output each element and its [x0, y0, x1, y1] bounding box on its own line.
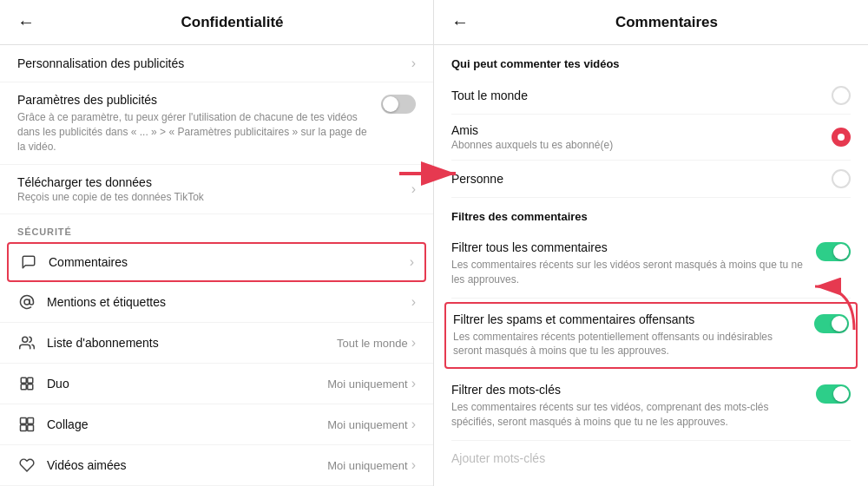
filtrer-mots-cles-toggle[interactable]: [816, 384, 851, 404]
right-header: ← Commentaires: [434, 0, 868, 45]
svg-rect-7: [28, 418, 34, 424]
toggle-knob-filtrer-spams: [832, 316, 847, 332]
radio-amis[interactable]: Amis Abonnes auxquels tu es abonné(e): [451, 115, 851, 161]
telecharger-label: Télécharger tes données: [17, 175, 411, 189]
liste-abonnements-value: Tout le monde: [337, 337, 408, 350]
menu-item-liste-abonnements[interactable]: Liste d'abonnements Tout le monde ›: [0, 323, 433, 364]
svg-rect-8: [21, 425, 27, 431]
svg-point-0: [24, 299, 30, 305]
radio-circle-tout-le-monde: [832, 86, 851, 105]
svg-rect-6: [21, 418, 27, 424]
filtrer-mots-cles-desc: Les commentaires récents sur tes vidéos,…: [451, 400, 806, 430]
right-back-arrow[interactable]: ←: [451, 12, 469, 32]
right-panel-title: Commentaires: [483, 14, 851, 31]
chevron-icon-mentions: ›: [411, 294, 416, 310]
chevron-icon-telecharger: ›: [411, 181, 416, 197]
radio-circle-amis: [832, 128, 851, 147]
radio-circle-personne: [832, 169, 851, 188]
radio-personne[interactable]: Personne: [451, 161, 851, 198]
svg-rect-5: [28, 384, 33, 390]
filtrer-spams-desc: Les commentaires récents potentiellement…: [453, 330, 804, 359]
panels-container: ← Confidentialité Personnalisation des p…: [0, 0, 868, 486]
at-icon: [17, 292, 36, 312]
toggle-filtrer-mots-cles[interactable]: Filtrer des mots-clés Les commentaires r…: [451, 372, 851, 441]
videos-aimees-value: Moi uniquement: [327, 459, 408, 472]
radio-amis-subtitle: Abonnes auxquels tu es abonné(e): [451, 139, 832, 151]
svg-rect-4: [21, 384, 26, 390]
toggle-knob-filtrer-tous: [833, 244, 849, 259]
commentaires-label: Commentaires: [49, 255, 410, 269]
left-panel-title: Confidentialité: [49, 14, 416, 31]
radio-personne-label: Personne: [451, 172, 832, 186]
toggle-filtrer-tous[interactable]: Filtrer tous les commentaires Les commen…: [451, 230, 851, 299]
duo-icon: [17, 374, 36, 393]
svg-rect-2: [21, 378, 26, 384]
filtrer-spams-label: Filtrer les spams et commentaires offens…: [453, 312, 804, 326]
heart-icon: [17, 456, 36, 475]
add-keywords[interactable]: Ajouter mots-clés: [451, 441, 851, 476]
menu-item-parametres-pub[interactable]: Paramètres des publicités Grâce à ce par…: [0, 82, 433, 165]
filtrer-tous-label: Filtrer tous les commentaires: [451, 240, 806, 254]
filtrer-spams-toggle[interactable]: [814, 314, 849, 333]
filtrer-mots-cles-label: Filtrer des mots-clés: [451, 383, 806, 397]
left-header: ← Confidentialité: [0, 0, 433, 45]
duo-value: Moi uniquement: [327, 378, 408, 391]
parametres-pub-desc: Grâce à ce paramètre, tu peux gérer l'ut…: [17, 110, 371, 154]
svg-rect-3: [28, 378, 33, 384]
chevron-icon-personnalisation: ›: [411, 56, 416, 71]
parametres-pub-label: Paramètres des publicités: [17, 93, 371, 107]
parametres-pub-toggle[interactable]: [381, 95, 416, 114]
mentions-label: Mentions et étiquettes: [47, 295, 411, 309]
svg-rect-9: [28, 425, 34, 431]
radio-amis-label: Amis: [451, 123, 832, 137]
securite-section-label: SÉCURITÉ: [0, 214, 433, 242]
videos-aimees-label: Vidéos aimées: [47, 458, 327, 472]
menu-item-telecharger[interactable]: Télécharger tes données Reçois une copie…: [0, 165, 433, 214]
chevron-icon-duo: ›: [411, 376, 416, 391]
liste-abonnements-label: Liste d'abonnements: [47, 336, 337, 350]
left-back-arrow[interactable]: ←: [17, 12, 35, 32]
radio-tout-le-monde-label: Tout le monde: [451, 89, 832, 102]
telecharger-desc: Reçois une copie de tes données TikTok: [17, 191, 411, 203]
chevron-icon-commentaires: ›: [410, 254, 414, 270]
right-content: Qui peut commenter tes vidéos Tout le mo…: [434, 45, 868, 476]
section-qui-label: Qui peut commenter tes vidéos: [451, 45, 851, 77]
toggle-filtrer-spams[interactable]: Filtrer les spams et commentaires offens…: [444, 302, 858, 370]
filtrer-tous-toggle[interactable]: [816, 242, 851, 261]
collage-label: Collage: [47, 417, 327, 431]
menu-item-commentaires[interactable]: Commentaires ›: [7, 242, 426, 282]
duo-label: Duo: [47, 377, 327, 391]
menu-item-duo[interactable]: Duo Moi uniquement ›: [0, 364, 433, 404]
left-panel: ← Confidentialité Personnalisation des p…: [0, 0, 434, 486]
filtrer-tous-desc: Les commentaires récents sur les vidéos …: [451, 258, 806, 287]
menu-item-personnalisation[interactable]: Personnalisation des publicités ›: [0, 45, 433, 82]
section-filtres-label: Filtres des commentaires: [451, 198, 851, 230]
toggle-knob: [383, 96, 398, 112]
chevron-icon-liste: ›: [411, 335, 416, 351]
toggle-knob-filtrer-mots-cles: [833, 386, 849, 402]
right-panel: ← Commentaires Qui peut commenter tes vi…: [434, 0, 868, 486]
menu-item-collage[interactable]: Collage Moi uniquement ›: [0, 404, 433, 445]
comment-icon: [19, 253, 38, 272]
radio-tout-le-monde[interactable]: Tout le monde: [451, 77, 851, 115]
chevron-icon-videos-aimees: ›: [411, 457, 416, 473]
menu-item-videos-aimees[interactable]: Vidéos aimées Moi uniquement ›: [0, 445, 433, 486]
collage-value: Moi uniquement: [327, 418, 408, 431]
collage-icon: [17, 415, 36, 434]
menu-item-mentions[interactable]: Mentions et étiquettes ›: [0, 282, 433, 323]
users-icon: [17, 333, 36, 352]
svg-point-1: [23, 338, 28, 343]
chevron-icon-collage: ›: [411, 417, 416, 432]
